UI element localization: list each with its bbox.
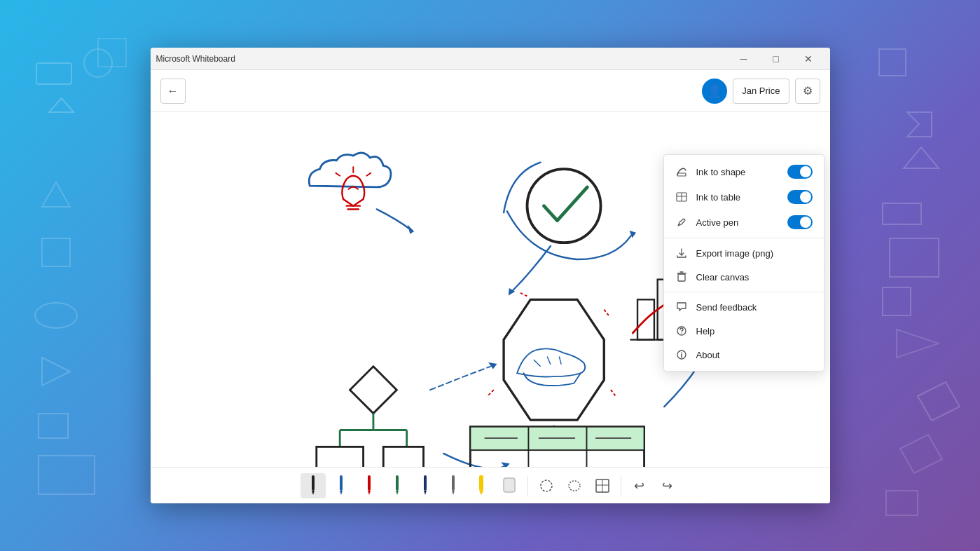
eraser-button[interactable]	[497, 473, 522, 498]
svg-point-91	[569, 481, 580, 491]
user-avatar-button[interactable]: 👤	[702, 79, 727, 104]
pen-yellow-button[interactable]	[469, 473, 494, 498]
ink-to-table-toggle[interactable]	[787, 190, 813, 204]
svg-marker-18	[900, 435, 942, 473]
svg-line-33	[610, 390, 616, 397]
active-pen-label: Active pen	[696, 217, 779, 228]
menu-divider-2	[664, 292, 824, 292]
redo-button[interactable]: ↪	[655, 473, 680, 498]
username-button[interactable]: Jan Price	[733, 79, 789, 104]
menu-item-active-pen[interactable]: Active pen	[664, 210, 824, 235]
svg-rect-62	[677, 173, 686, 176]
svg-marker-16	[897, 329, 939, 358]
svg-marker-12	[904, 147, 939, 168]
menu-item-ink-to-table[interactable]: Ink to table	[664, 184, 824, 210]
svg-rect-19	[886, 491, 918, 515]
send-feedback-label: Send feedback	[696, 302, 813, 313]
menu-item-export-image[interactable]: Export image (png)	[664, 241, 824, 265]
svg-point-6	[35, 303, 77, 328]
svg-rect-89	[504, 478, 515, 492]
svg-marker-41	[350, 367, 396, 414]
svg-marker-11	[907, 112, 932, 137]
settings-button[interactable]: ⚙	[795, 79, 820, 104]
help-icon	[675, 325, 688, 337]
svg-marker-50	[501, 462, 509, 467]
send-feedback-icon	[675, 301, 688, 313]
svg-rect-81	[396, 475, 399, 491]
minimize-button[interactable]: ─	[728, 48, 760, 70]
window-controls: ─ □ ✕	[728, 48, 824, 70]
clear-canvas-icon	[675, 271, 688, 283]
window-title: Microsoft Whiteboard	[156, 54, 728, 64]
pen-gray-button[interactable]	[441, 473, 466, 498]
svg-rect-14	[890, 238, 939, 277]
menu-item-send-feedback[interactable]: Send feedback	[664, 295, 824, 319]
redo-icon: ↪	[662, 478, 672, 494]
svg-marker-78	[340, 491, 343, 495]
svg-rect-83	[424, 475, 427, 491]
active-pen-toggle[interactable]	[787, 215, 813, 229]
undo-icon: ↩	[634, 478, 644, 494]
svg-marker-4	[42, 238, 70, 266]
svg-rect-9	[39, 456, 95, 494]
svg-marker-82	[396, 491, 399, 495]
active-pen-icon	[675, 216, 688, 229]
svg-line-35	[487, 390, 494, 397]
ink-to-shape-toggle[interactable]	[787, 165, 813, 179]
svg-rect-85	[452, 475, 455, 491]
svg-point-2	[84, 49, 112, 77]
export-image-icon	[675, 247, 688, 259]
top-toolbar: ← 👤 Jan Price ⚙	[151, 70, 830, 112]
undo-button[interactable]: ↩	[627, 473, 652, 498]
svg-marker-88	[479, 491, 483, 495]
pen-darkblue-button[interactable]	[413, 473, 438, 498]
svg-line-25	[366, 173, 371, 176]
svg-marker-30	[504, 299, 604, 420]
app-window: Microsoft Whiteboard ─ □ ✕ ← 👤 Jan Price…	[151, 48, 830, 503]
help-label: Help	[696, 326, 813, 336]
menu-item-help[interactable]: Help	[664, 319, 824, 343]
svg-rect-8	[39, 414, 68, 438]
svg-marker-7	[42, 358, 70, 386]
svg-marker-49	[488, 362, 497, 369]
menu-divider-1	[664, 238, 824, 238]
ink-to-shape-label: Ink to shape	[696, 167, 779, 177]
pen-blue-button[interactable]	[329, 473, 354, 498]
maximize-button[interactable]: □	[760, 48, 792, 70]
svg-line-32	[604, 310, 609, 317]
svg-rect-87	[479, 475, 483, 491]
svg-point-27	[527, 169, 600, 243]
about-icon	[675, 348, 688, 361]
svg-marker-26	[407, 224, 414, 233]
svg-marker-80	[368, 491, 371, 495]
ink-to-table-icon	[675, 191, 688, 203]
menu-item-ink-to-shape[interactable]: Ink to shape	[664, 159, 824, 184]
bottom-toolbar: ↩ ↪	[151, 467, 830, 503]
svg-marker-3	[42, 182, 70, 207]
svg-rect-47	[316, 447, 363, 467]
lasso-tool-button[interactable]	[562, 473, 587, 498]
svg-rect-67	[678, 274, 685, 281]
selection-tool-button[interactable]	[534, 473, 559, 498]
insert-table-button[interactable]	[590, 473, 615, 498]
svg-rect-13	[883, 203, 921, 224]
back-button[interactable]: ←	[160, 79, 186, 104]
titlebar: Microsoft Whiteboard ─ □ ✕	[151, 48, 830, 70]
pen-green-button[interactable]	[385, 473, 410, 498]
svg-line-24	[336, 173, 340, 176]
svg-rect-15	[883, 287, 911, 315]
svg-marker-86	[452, 491, 455, 495]
about-label: About	[696, 350, 813, 360]
pen-black-button[interactable]	[301, 473, 326, 498]
clear-canvas-label: Clear canvas	[696, 272, 813, 283]
svg-point-90	[541, 480, 552, 491]
pen-red-button[interactable]	[357, 473, 382, 498]
svg-rect-10	[879, 49, 906, 76]
canvas-area[interactable]: Ink to shape Ink to table Active pen	[151, 112, 830, 467]
close-button[interactable]: ✕	[792, 48, 824, 70]
svg-marker-1	[49, 98, 74, 112]
svg-rect-0	[36, 63, 71, 84]
menu-item-about[interactable]: About	[664, 343, 824, 367]
menu-item-clear-canvas[interactable]: Clear canvas	[664, 265, 824, 289]
svg-rect-75	[312, 475, 315, 491]
